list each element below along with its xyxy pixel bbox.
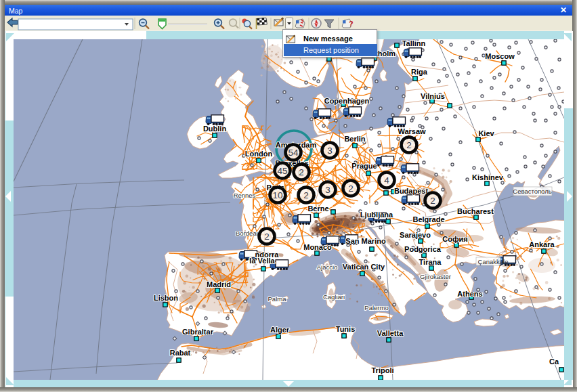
svg-text:?: ? [349,20,354,28]
